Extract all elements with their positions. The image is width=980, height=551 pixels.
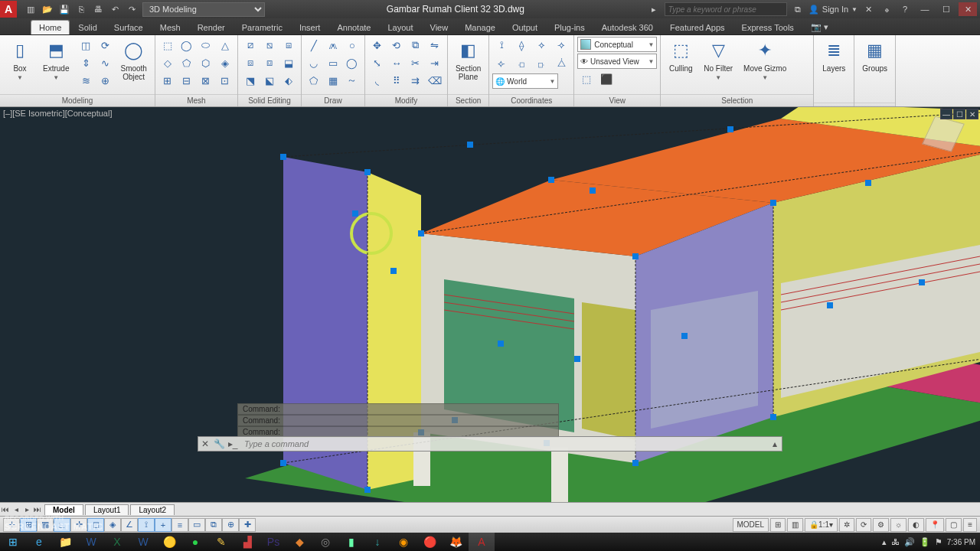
isolate-icon[interactable]: ◐: [908, 518, 924, 532]
rec-icon[interactable]: ◎: [312, 533, 338, 551]
revolve-icon[interactable]: ⟳: [96, 37, 114, 54]
tab-featuredapps[interactable]: Featured Apps: [662, 20, 733, 34]
ellipse-icon[interactable]: ◯: [343, 54, 361, 71]
saveas-icon[interactable]: ⎘: [74, 2, 89, 17]
mesh8-icon[interactable]: ◈: [216, 54, 234, 71]
extend-icon[interactable]: ⇥: [426, 54, 444, 71]
grid-display-icon[interactable]: ⊞: [770, 518, 786, 532]
am-icon[interactable]: ✚: [239, 518, 256, 532]
quickview-icon[interactable]: ▥: [787, 518, 803, 532]
lwt-icon[interactable]: ≡: [172, 518, 188, 532]
extrude-button[interactable]: ⬒Extrude▼: [38, 37, 74, 83]
qp-icon[interactable]: ⧉: [205, 518, 222, 532]
ducs-icon[interactable]: ⟟: [138, 518, 155, 532]
tab-output[interactable]: Output: [504, 20, 546, 34]
workspace-selector[interactable]: 3D Modeling: [142, 2, 265, 17]
scale-icon[interactable]: ⤡: [368, 54, 387, 71]
layout-prev-icon[interactable]: ◂: [11, 505, 21, 514]
annovis-icon[interactable]: ✲: [839, 518, 854, 532]
se1-icon[interactable]: ⧄: [241, 37, 260, 54]
view2-icon[interactable]: ⬛: [597, 70, 616, 87]
move-icon[interactable]: ✥: [368, 37, 387, 54]
ucs5-icon[interactable]: ⟣: [492, 55, 511, 72]
tab-mesh[interactable]: Mesh: [152, 20, 189, 34]
meshbox-icon[interactable]: ⬚: [158, 37, 177, 54]
app3-icon[interactable]: ▮: [338, 533, 364, 551]
undo-icon[interactable]: ↶: [107, 2, 122, 17]
mesh12-icon[interactable]: ⊡: [216, 72, 234, 89]
layout-first-icon[interactable]: ⏮: [0, 505, 11, 514]
mesh7-icon[interactable]: ⬡: [197, 54, 215, 71]
polygon-icon[interactable]: ⬠: [305, 72, 323, 89]
save-icon[interactable]: 💾: [57, 2, 72, 17]
help-icon[interactable]: ?: [897, 2, 913, 17]
named-view-combo[interactable]: 👁 Unsaved View▼: [577, 54, 657, 69]
winword-icon[interactable]: W: [130, 533, 156, 551]
culling-button[interactable]: ⬚Culling: [664, 37, 697, 74]
se2-icon[interactable]: ⧅: [260, 37, 279, 54]
panel-drop-layers[interactable]: ▼: [814, 103, 854, 106]
cmd-options-icon[interactable]: 🔧: [212, 439, 226, 449]
ws-switch-icon[interactable]: ⚙: [873, 518, 889, 532]
spline-icon[interactable]: ～: [343, 72, 361, 89]
tpy-icon[interactable]: ▭: [188, 518, 205, 532]
ucs2-icon[interactable]: ⟠: [512, 37, 531, 54]
open-icon[interactable]: 📂: [40, 2, 55, 17]
se8-icon[interactable]: ⬕: [260, 72, 279, 89]
rotate-icon[interactable]: ⟲: [387, 37, 406, 54]
notes-icon[interactable]: ✎: [208, 533, 234, 551]
exchange-icon[interactable]: ✕: [861, 2, 876, 17]
layout-tab-model[interactable]: Model: [44, 504, 83, 515]
array-icon[interactable]: ⠿: [387, 72, 406, 89]
copy-icon[interactable]: ⧉: [407, 37, 425, 54]
stayconnected-icon[interactable]: 🜨: [879, 2, 894, 17]
dyn-icon[interactable]: +: [155, 518, 172, 532]
uc-icon[interactable]: ◉: [390, 533, 416, 551]
erase-icon[interactable]: ⌫: [426, 72, 444, 89]
loft-icon[interactable]: ≋: [77, 72, 95, 89]
ucs-world-combo[interactable]: 🌐 World▼: [492, 73, 558, 89]
tab-layout[interactable]: Layout: [379, 20, 421, 34]
panel-label-modeling[interactable]: Modeling: [0, 94, 155, 106]
stretch-icon[interactable]: ↔: [387, 54, 406, 71]
tab-surface[interactable]: Surface: [106, 20, 152, 34]
tab-manage[interactable]: Manage: [456, 20, 504, 34]
mesh11-icon[interactable]: ⊠: [197, 72, 215, 89]
line-app-icon[interactable]: ●: [182, 533, 208, 551]
cmd-close-icon[interactable]: ✕: [198, 439, 212, 449]
section-plane-button[interactable]: ◧Section Plane: [451, 37, 485, 83]
vp-close-icon[interactable]: ✕: [966, 109, 978, 119]
layers-button[interactable]: ≣Layers: [817, 37, 851, 74]
se3-icon[interactable]: ⧆: [279, 37, 298, 54]
panel-label-modify[interactable]: Modify: [365, 94, 447, 106]
polysolid-icon[interactable]: ◫: [77, 37, 95, 54]
layout-next-icon[interactable]: ▸: [21, 505, 32, 514]
viewport-label[interactable]: [–][SE Isometric][Conceptual]: [3, 109, 112, 118]
redo-icon[interactable]: ↷: [124, 2, 139, 17]
panel-label-mesh[interactable]: Mesh: [155, 94, 237, 106]
tray-net-icon[interactable]: 🖧: [891, 537, 900, 546]
hatch-icon[interactable]: ▦: [324, 72, 342, 89]
tab-render[interactable]: Render: [189, 20, 234, 34]
close-button[interactable]: ✕: [959, 2, 977, 16]
tab-plugins[interactable]: Plug-ins: [546, 20, 593, 34]
ucs7-icon[interactable]: ⟥: [532, 55, 550, 72]
tab-home[interactable]: Home: [31, 20, 70, 34]
tab-annotate[interactable]: Annotate: [328, 20, 379, 34]
rect-icon[interactable]: ▭: [324, 54, 342, 71]
excel-icon[interactable]: X: [104, 533, 130, 551]
vp-max-icon[interactable]: ☐: [953, 109, 965, 119]
viewport[interactable]: [–][SE Isometric][Conceptual] —☐✕: [0, 107, 980, 502]
tab-autodesk360[interactable]: Autodesk 360: [593, 20, 662, 34]
viewcube[interactable]: [923, 113, 965, 155]
tab-insert[interactable]: Insert: [291, 20, 329, 34]
model-space-toggle[interactable]: MODEL: [733, 518, 769, 532]
clock[interactable]: 7:36 PM: [947, 538, 975, 546]
mesh5-icon[interactable]: ◇: [158, 54, 177, 71]
start-button[interactable]: ⊞: [0, 533, 26, 551]
ucs1-icon[interactable]: ⟟: [492, 37, 511, 54]
se5-icon[interactable]: ⧈: [260, 54, 279, 71]
ucs3-icon[interactable]: ⟡: [532, 37, 550, 54]
se4-icon[interactable]: ⧇: [241, 54, 260, 71]
layout-last-icon[interactable]: ⏭: [32, 505, 43, 514]
